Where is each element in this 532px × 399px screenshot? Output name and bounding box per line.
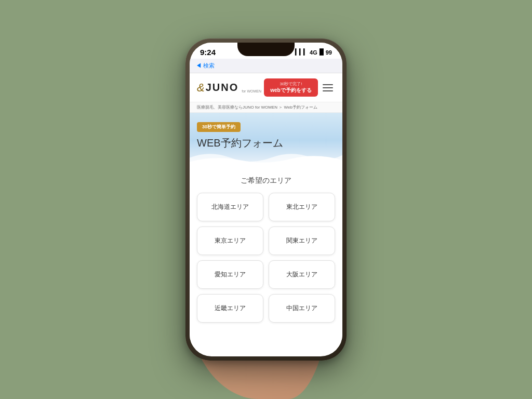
area-section: ご希望のエリア 北海道エリア 東北エリア 東京エリア 関東エリア 愛知エリア 大… [190, 168, 342, 331]
cta-top-label: 30秒で完了! [270, 82, 311, 87]
breadcrumb: 医療脱毛、美容医療ならJUNO for WOMEN ＞ Web予約フォーム [190, 102, 342, 113]
browser-back-button[interactable]: ◀ 検索 [196, 62, 215, 70]
phone-device: 9:24 ▎▎▎ 4G ▉ 99 ◀ 検索 & JUNO [185, 38, 347, 361]
phone-notch [237, 43, 295, 56]
area-button-chugoku[interactable]: 中国エリア [269, 294, 335, 323]
hamburger-line-3 [323, 90, 333, 91]
logo-area: & JUNO for WOMEN [197, 81, 261, 95]
hero-section: 30秒で簡単予約 WEB予約フォーム [190, 113, 342, 168]
area-button-tokyo[interactable]: 東京エリア [197, 227, 263, 255]
area-section-title: ご希望のエリア [197, 176, 335, 185]
area-button-kinki[interactable]: 近畿エリア [197, 294, 263, 323]
status-time: 9:24 [200, 48, 216, 57]
area-button-kanto[interactable]: 関東エリア [269, 227, 335, 255]
scene: 9:24 ▎▎▎ 4G ▉ 99 ◀ 検索 & JUNO [0, 0, 532, 399]
browser-bar: ◀ 検索 [190, 59, 342, 73]
cta-main-label: webで予約をする [270, 87, 311, 94]
area-button-tohoku[interactable]: 東北エリア [269, 193, 335, 221]
network-type: 4G [310, 49, 317, 56]
hamburger-menu-button[interactable] [321, 82, 335, 94]
battery-icon: ▉ [320, 49, 324, 56]
area-button-hokkaido[interactable]: 北海道エリア [197, 193, 263, 221]
header-cta-button[interactable]: 30秒で完了! webで予約をする [264, 78, 317, 97]
area-button-aichi[interactable]: 愛知エリア [197, 260, 263, 289]
area-grid: 北海道エリア 東北エリア 東京エリア 関東エリア 愛知エリア 大阪エリア 近畿エ… [197, 193, 335, 323]
logo-ampersand: & [197, 81, 205, 95]
logo-juno: JUNO [206, 82, 239, 94]
phone-screen: 9:24 ▎▎▎ 4G ▉ 99 ◀ 検索 & JUNO [190, 43, 342, 356]
page-content: & JUNO for WOMEN 30秒で完了! webで予約をする [190, 73, 342, 345]
hamburger-line-2 [323, 87, 333, 88]
signal-bars-icon: ▎▎▎ [295, 49, 308, 56]
battery-level: 99 [326, 49, 332, 56]
quick-badge: 30秒で簡単予約 [197, 122, 241, 132]
hero-wave-decoration [190, 148, 342, 168]
hamburger-line-1 [323, 84, 333, 85]
status-icons: ▎▎▎ 4G ▉ 99 [295, 49, 332, 56]
area-button-osaka[interactable]: 大阪エリア [269, 260, 335, 289]
site-header: & JUNO for WOMEN 30秒で完了! webで予約をする [190, 73, 342, 102]
logo-sub: for WOMEN [242, 89, 261, 93]
